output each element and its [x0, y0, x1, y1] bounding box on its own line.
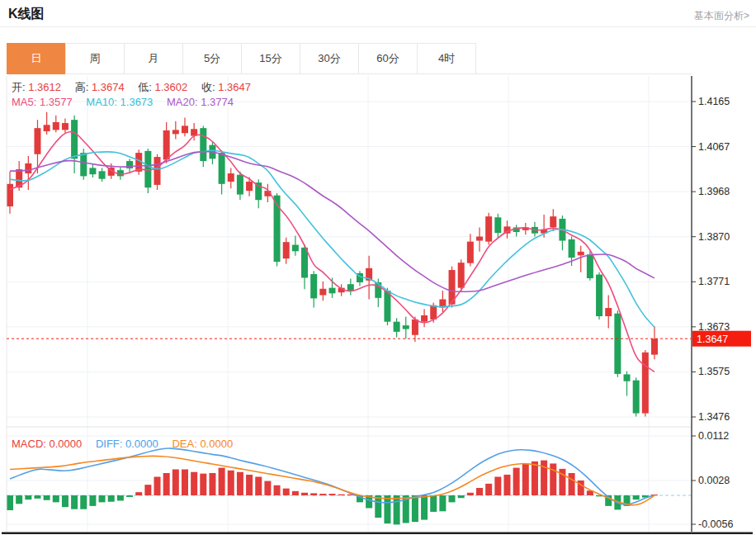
low-value: 1.3602	[155, 81, 188, 93]
tab-month[interactable]: 月	[124, 43, 183, 74]
candle-body	[633, 381, 640, 414]
candle-body	[412, 320, 418, 335]
tab-4hour[interactable]: 4时	[417, 43, 476, 74]
macd-tick-label: 0.0112	[698, 430, 729, 442]
ma20-value: 1.3774	[201, 96, 234, 108]
candle-body	[347, 284, 354, 291]
candle-body	[80, 153, 87, 176]
price-axis: 1.41651.40671.39681.38701.37711.36731.35…	[692, 96, 733, 530]
candle-body	[71, 120, 78, 159]
candle-body	[34, 128, 40, 154]
current-price-value: 1.3647	[697, 334, 728, 345]
open-value: 1.3612	[28, 81, 61, 93]
macd-value: 0.0000	[50, 438, 83, 450]
candle-body	[421, 315, 428, 322]
price-tick-label: 1.3575	[698, 366, 730, 377]
dea-label: DEA:	[172, 438, 196, 450]
candle-body	[624, 374, 631, 381]
macd-tick-label: -0.0056	[698, 518, 733, 530]
candle-body	[587, 254, 593, 278]
candle-body	[384, 291, 390, 322]
candle-body	[651, 339, 658, 354]
candle-body	[200, 128, 206, 161]
price-tick-label: 1.3476	[698, 411, 730, 423]
ma5-value: 1.3577	[40, 96, 73, 108]
candle-body	[329, 288, 336, 294]
candle-body	[163, 130, 170, 159]
candles-group	[7, 112, 658, 417]
ohlc-readout: 开: 1.3612 高: 1.3674 低: 1.3602 收: 1.3647	[12, 80, 262, 95]
ma10-label: MA10:	[86, 96, 117, 108]
ma5-line	[10, 132, 654, 372]
high-value: 1.3674	[92, 81, 125, 93]
candle-body	[310, 274, 317, 298]
candle-body	[394, 322, 400, 332]
macd-tick-label: 0.0028	[698, 475, 730, 486]
ma10-value: 1.3673	[120, 96, 154, 108]
tab-day[interactable]: 日	[7, 43, 66, 74]
candle-body	[154, 157, 161, 185]
price-tick-label: 1.3870	[698, 231, 730, 243]
page-title: K线图	[8, 6, 45, 23]
candle-body	[7, 184, 13, 206]
macd-histogram	[7, 461, 658, 525]
candle-body	[292, 245, 299, 252]
candle-body	[430, 305, 437, 320]
candle-body	[53, 122, 59, 130]
close-label: 收:	[201, 81, 215, 93]
tab-15min[interactable]: 15分	[241, 43, 300, 74]
candle-body	[25, 163, 31, 173]
candle-body	[172, 130, 179, 134]
close-value: 1.3647	[218, 81, 251, 93]
candle-body	[485, 216, 492, 241]
ma20-line	[10, 152, 654, 292]
candle-body	[219, 153, 225, 184]
fundamental-analysis-link[interactable]: 基本面分析>	[694, 9, 749, 23]
diff-label: DIFF:	[96, 438, 123, 450]
price-tick-label: 1.4165	[698, 96, 730, 107]
candle-body	[99, 171, 106, 178]
ma10-line	[10, 150, 654, 327]
candle-body	[44, 125, 50, 131]
candle-body	[62, 123, 69, 130]
candle-body	[596, 275, 602, 316]
candle-body	[403, 325, 409, 329]
candle-body	[614, 314, 621, 374]
open-label: 开:	[12, 81, 26, 93]
low-label: 低:	[138, 81, 152, 93]
price-tick-label: 1.3968	[698, 186, 730, 197]
dea-value: 0.0000	[200, 438, 233, 450]
current-price-tag: 1.3647	[692, 331, 751, 347]
tab-week[interactable]: 周	[65, 43, 125, 74]
ma-readout: MA5: 1.3577 MA10: 1.3673 MA20: 1.3774	[12, 96, 244, 108]
candle-body	[550, 216, 556, 227]
candle-body	[228, 173, 234, 182]
candle-body	[89, 168, 96, 174]
bottom-border	[2, 533, 753, 535]
candle-body	[246, 182, 253, 191]
candle-body	[467, 242, 474, 263]
ma5-label: MA5:	[12, 96, 36, 108]
macd-label: MACD:	[12, 438, 46, 450]
macd-readout: MACD: 0.0000 DIFF: 0.0000 DEA: 0.0000	[12, 438, 243, 450]
tab-30min[interactable]: 30分	[300, 43, 359, 74]
candle-body	[578, 252, 584, 255]
candle-body	[476, 237, 483, 241]
diff-line	[10, 448, 654, 504]
price-tick-label: 1.4067	[698, 141, 730, 153]
tab-60min[interactable]: 60分	[358, 43, 418, 74]
candle-body	[494, 217, 501, 233]
ma20-label: MA20:	[167, 96, 198, 108]
gridlines	[7, 76, 692, 532]
candle-body	[569, 239, 575, 258]
kline-widget: { "header": { "title": "K线图", "link": "基…	[0, 0, 756, 535]
high-label: 高:	[75, 81, 89, 93]
candle-body	[182, 125, 188, 133]
candle-body	[319, 289, 326, 296]
period-tabbar: 日周月5分15分30分60分4时	[7, 43, 476, 74]
candle-body	[237, 175, 243, 195]
price-tick-label: 1.3771	[698, 276, 730, 287]
diff-value: 0.0000	[125, 438, 158, 450]
tab-5min[interactable]: 5分	[182, 43, 242, 74]
candle-body	[283, 242, 290, 258]
